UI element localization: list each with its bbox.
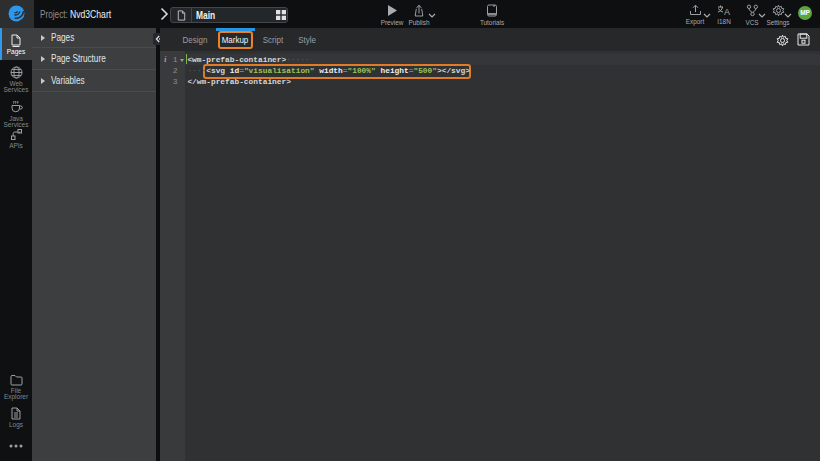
svg-text:A: A xyxy=(724,7,730,17)
